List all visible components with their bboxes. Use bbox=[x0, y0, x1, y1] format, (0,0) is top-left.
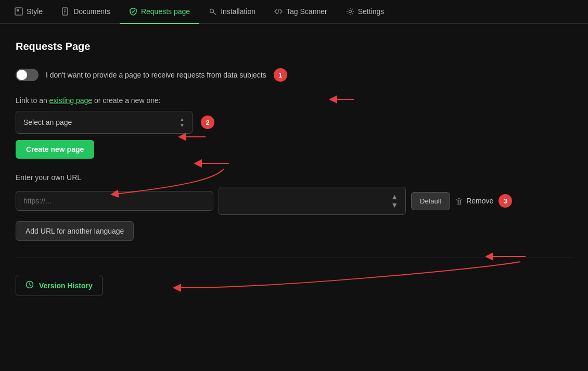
badge-3: 3 bbox=[498, 194, 512, 208]
badge-2: 2 bbox=[201, 116, 214, 129]
select-chevrons-icon: ▲▼ bbox=[180, 117, 185, 128]
tab-installation[interactable]: Installation bbox=[199, 0, 265, 24]
tab-documents-label: Documents bbox=[73, 7, 110, 16]
link-prefix: Link to an bbox=[16, 96, 49, 105]
main-content: Requests Page I don't want to provide a … bbox=[0, 24, 588, 313]
gear-icon bbox=[346, 7, 354, 16]
link-suffix: or create a new one: bbox=[92, 96, 161, 105]
key-icon bbox=[209, 7, 217, 16]
url-section: Enter your own URL ▲▼ Default 🗑 Remove 3… bbox=[16, 173, 572, 241]
select-row: Select an page ▲▼ 2 bbox=[16, 111, 572, 134]
style-icon bbox=[15, 7, 23, 16]
badge-1: 1 bbox=[274, 68, 287, 82]
toggle-label: I don't want to provide a page to receiv… bbox=[46, 71, 266, 79]
url-input[interactable] bbox=[16, 191, 213, 211]
tab-style-label: Style bbox=[27, 7, 43, 16]
svg-line-8 bbox=[278, 9, 279, 14]
tab-settings[interactable]: Settings bbox=[337, 0, 394, 24]
tab-requests-page-label: Requests page bbox=[141, 7, 190, 16]
history-icon bbox=[25, 280, 34, 290]
remove-label: Remove bbox=[466, 197, 493, 205]
url-section-label: Enter your own URL bbox=[16, 173, 572, 182]
language-select[interactable]: ▲▼ bbox=[219, 187, 406, 215]
svg-rect-1 bbox=[17, 9, 19, 11]
documents-icon bbox=[61, 7, 70, 16]
svg-point-9 bbox=[349, 10, 351, 13]
code-icon bbox=[274, 7, 283, 16]
toggle-switch[interactable] bbox=[16, 69, 39, 81]
default-button[interactable]: Default bbox=[411, 192, 450, 210]
svg-line-7 bbox=[213, 12, 216, 15]
select-value: Select an page bbox=[23, 118, 72, 126]
add-url-button[interactable]: Add URL for another language bbox=[16, 221, 134, 241]
link-section-label: Link to an existing page or create a new… bbox=[16, 96, 572, 105]
tab-settings-label: Settings bbox=[358, 7, 385, 16]
trash-icon: 🗑 bbox=[455, 197, 463, 206]
page-select-dropdown[interactable]: Select an page ▲▼ bbox=[16, 111, 193, 134]
existing-page-link[interactable]: existing page bbox=[49, 96, 93, 105]
create-new-page-button[interactable]: Create new page bbox=[16, 140, 94, 159]
tab-tag-scanner[interactable]: Tag Scanner bbox=[265, 0, 337, 24]
url-row: ▲▼ Default 🗑 Remove 3 bbox=[16, 187, 572, 215]
version-history-label: Version History bbox=[39, 282, 93, 290]
remove-row[interactable]: 🗑 Remove bbox=[455, 197, 493, 206]
toggle-knob bbox=[17, 70, 27, 80]
divider bbox=[16, 258, 572, 258]
svg-point-6 bbox=[210, 9, 214, 13]
version-history-button[interactable]: Version History bbox=[16, 275, 103, 296]
tab-installation-label: Installation bbox=[221, 7, 255, 16]
tab-style[interactable]: Style bbox=[5, 0, 52, 24]
lang-chevrons-icon: ▲▼ bbox=[391, 193, 398, 209]
tab-documents[interactable]: Documents bbox=[52, 0, 120, 24]
tab-tag-scanner-label: Tag Scanner bbox=[286, 7, 327, 16]
nav-bar: Style Documents Requests page bbox=[0, 0, 588, 24]
shield-icon bbox=[129, 7, 137, 16]
page-title: Requests Page bbox=[16, 41, 572, 53]
toggle-row: I don't want to provide a page to receiv… bbox=[16, 68, 572, 82]
tab-requests-page[interactable]: Requests page bbox=[120, 0, 199, 24]
